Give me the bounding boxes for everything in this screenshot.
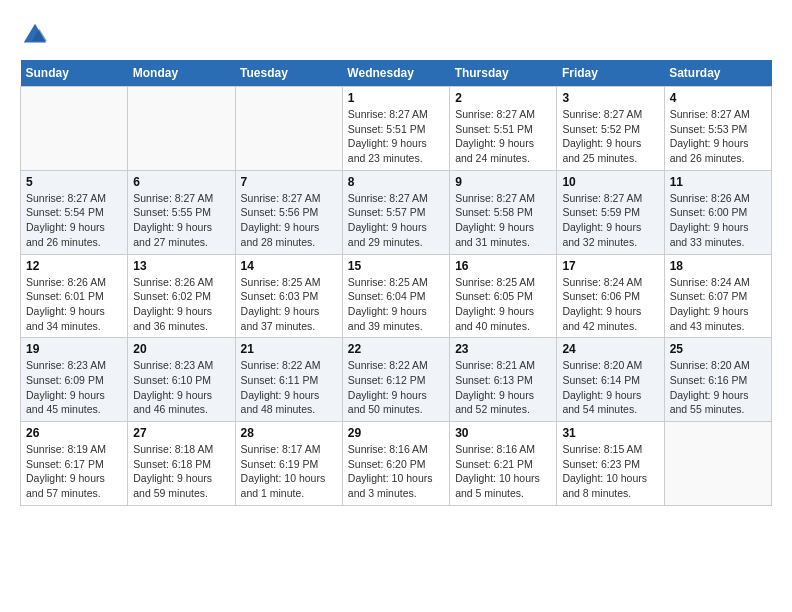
calendar-cell: 30Sunrise: 8:16 AM Sunset: 6:21 PM Dayli… bbox=[450, 422, 557, 506]
calendar-cell: 26Sunrise: 8:19 AM Sunset: 6:17 PM Dayli… bbox=[21, 422, 128, 506]
logo-icon bbox=[20, 20, 50, 50]
calendar-cell: 6Sunrise: 8:27 AM Sunset: 5:55 PM Daylig… bbox=[128, 170, 235, 254]
calendar-cell: 28Sunrise: 8:17 AM Sunset: 6:19 PM Dayli… bbox=[235, 422, 342, 506]
day-number: 25 bbox=[670, 342, 766, 356]
day-number: 1 bbox=[348, 91, 444, 105]
day-number: 4 bbox=[670, 91, 766, 105]
day-info: Sunrise: 8:24 AM Sunset: 6:07 PM Dayligh… bbox=[670, 275, 766, 334]
calendar-cell: 23Sunrise: 8:21 AM Sunset: 6:13 PM Dayli… bbox=[450, 338, 557, 422]
day-info: Sunrise: 8:27 AM Sunset: 5:56 PM Dayligh… bbox=[241, 191, 337, 250]
day-info: Sunrise: 8:26 AM Sunset: 6:01 PM Dayligh… bbox=[26, 275, 122, 334]
day-info: Sunrise: 8:22 AM Sunset: 6:11 PM Dayligh… bbox=[241, 358, 337, 417]
calendar-cell: 16Sunrise: 8:25 AM Sunset: 6:05 PM Dayli… bbox=[450, 254, 557, 338]
calendar-cell: 5Sunrise: 8:27 AM Sunset: 5:54 PM Daylig… bbox=[21, 170, 128, 254]
day-info: Sunrise: 8:23 AM Sunset: 6:09 PM Dayligh… bbox=[26, 358, 122, 417]
calendar-cell: 27Sunrise: 8:18 AM Sunset: 6:18 PM Dayli… bbox=[128, 422, 235, 506]
calendar-week-1: 1Sunrise: 8:27 AM Sunset: 5:51 PM Daylig… bbox=[21, 87, 772, 171]
day-info: Sunrise: 8:18 AM Sunset: 6:18 PM Dayligh… bbox=[133, 442, 229, 501]
logo bbox=[20, 20, 54, 50]
calendar-cell: 13Sunrise: 8:26 AM Sunset: 6:02 PM Dayli… bbox=[128, 254, 235, 338]
day-number: 12 bbox=[26, 259, 122, 273]
day-number: 11 bbox=[670, 175, 766, 189]
day-info: Sunrise: 8:27 AM Sunset: 5:51 PM Dayligh… bbox=[455, 107, 551, 166]
calendar-cell: 10Sunrise: 8:27 AM Sunset: 5:59 PM Dayli… bbox=[557, 170, 664, 254]
calendar-cell bbox=[664, 422, 771, 506]
day-info: Sunrise: 8:20 AM Sunset: 6:14 PM Dayligh… bbox=[562, 358, 658, 417]
day-info: Sunrise: 8:19 AM Sunset: 6:17 PM Dayligh… bbox=[26, 442, 122, 501]
calendar-cell bbox=[21, 87, 128, 171]
day-info: Sunrise: 8:20 AM Sunset: 6:16 PM Dayligh… bbox=[670, 358, 766, 417]
calendar-cell: 2Sunrise: 8:27 AM Sunset: 5:51 PM Daylig… bbox=[450, 87, 557, 171]
day-number: 21 bbox=[241, 342, 337, 356]
day-number: 22 bbox=[348, 342, 444, 356]
day-info: Sunrise: 8:23 AM Sunset: 6:10 PM Dayligh… bbox=[133, 358, 229, 417]
day-info: Sunrise: 8:16 AM Sunset: 6:20 PM Dayligh… bbox=[348, 442, 444, 501]
calendar-cell: 7Sunrise: 8:27 AM Sunset: 5:56 PM Daylig… bbox=[235, 170, 342, 254]
calendar-header-wednesday: Wednesday bbox=[342, 60, 449, 87]
day-number: 8 bbox=[348, 175, 444, 189]
calendar-cell: 19Sunrise: 8:23 AM Sunset: 6:09 PM Dayli… bbox=[21, 338, 128, 422]
calendar-week-3: 12Sunrise: 8:26 AM Sunset: 6:01 PM Dayli… bbox=[21, 254, 772, 338]
day-number: 24 bbox=[562, 342, 658, 356]
calendar-table: SundayMondayTuesdayWednesdayThursdayFrid… bbox=[20, 60, 772, 506]
calendar-cell: 11Sunrise: 8:26 AM Sunset: 6:00 PM Dayli… bbox=[664, 170, 771, 254]
calendar-cell: 14Sunrise: 8:25 AM Sunset: 6:03 PM Dayli… bbox=[235, 254, 342, 338]
day-info: Sunrise: 8:27 AM Sunset: 5:53 PM Dayligh… bbox=[670, 107, 766, 166]
day-number: 19 bbox=[26, 342, 122, 356]
day-info: Sunrise: 8:27 AM Sunset: 5:52 PM Dayligh… bbox=[562, 107, 658, 166]
day-number: 28 bbox=[241, 426, 337, 440]
day-info: Sunrise: 8:27 AM Sunset: 5:58 PM Dayligh… bbox=[455, 191, 551, 250]
day-number: 13 bbox=[133, 259, 229, 273]
calendar-header-saturday: Saturday bbox=[664, 60, 771, 87]
day-info: Sunrise: 8:15 AM Sunset: 6:23 PM Dayligh… bbox=[562, 442, 658, 501]
page-header bbox=[20, 20, 772, 50]
day-info: Sunrise: 8:26 AM Sunset: 6:00 PM Dayligh… bbox=[670, 191, 766, 250]
day-number: 30 bbox=[455, 426, 551, 440]
calendar-cell: 3Sunrise: 8:27 AM Sunset: 5:52 PM Daylig… bbox=[557, 87, 664, 171]
calendar-cell: 12Sunrise: 8:26 AM Sunset: 6:01 PM Dayli… bbox=[21, 254, 128, 338]
calendar-cell: 18Sunrise: 8:24 AM Sunset: 6:07 PM Dayli… bbox=[664, 254, 771, 338]
day-number: 16 bbox=[455, 259, 551, 273]
calendar-cell: 1Sunrise: 8:27 AM Sunset: 5:51 PM Daylig… bbox=[342, 87, 449, 171]
day-number: 26 bbox=[26, 426, 122, 440]
calendar-cell bbox=[128, 87, 235, 171]
day-number: 29 bbox=[348, 426, 444, 440]
day-info: Sunrise: 8:27 AM Sunset: 5:57 PM Dayligh… bbox=[348, 191, 444, 250]
day-info: Sunrise: 8:27 AM Sunset: 5:55 PM Dayligh… bbox=[133, 191, 229, 250]
day-number: 18 bbox=[670, 259, 766, 273]
calendar-header-row: SundayMondayTuesdayWednesdayThursdayFrid… bbox=[21, 60, 772, 87]
day-info: Sunrise: 8:16 AM Sunset: 6:21 PM Dayligh… bbox=[455, 442, 551, 501]
calendar-cell: 20Sunrise: 8:23 AM Sunset: 6:10 PM Dayli… bbox=[128, 338, 235, 422]
day-info: Sunrise: 8:25 AM Sunset: 6:05 PM Dayligh… bbox=[455, 275, 551, 334]
calendar-cell: 24Sunrise: 8:20 AM Sunset: 6:14 PM Dayli… bbox=[557, 338, 664, 422]
calendar-cell: 21Sunrise: 8:22 AM Sunset: 6:11 PM Dayli… bbox=[235, 338, 342, 422]
day-info: Sunrise: 8:17 AM Sunset: 6:19 PM Dayligh… bbox=[241, 442, 337, 501]
calendar-cell: 17Sunrise: 8:24 AM Sunset: 6:06 PM Dayli… bbox=[557, 254, 664, 338]
day-info: Sunrise: 8:26 AM Sunset: 6:02 PM Dayligh… bbox=[133, 275, 229, 334]
day-info: Sunrise: 8:21 AM Sunset: 6:13 PM Dayligh… bbox=[455, 358, 551, 417]
day-info: Sunrise: 8:27 AM Sunset: 5:59 PM Dayligh… bbox=[562, 191, 658, 250]
calendar-cell: 29Sunrise: 8:16 AM Sunset: 6:20 PM Dayli… bbox=[342, 422, 449, 506]
day-number: 5 bbox=[26, 175, 122, 189]
calendar-week-2: 5Sunrise: 8:27 AM Sunset: 5:54 PM Daylig… bbox=[21, 170, 772, 254]
calendar-cell: 8Sunrise: 8:27 AM Sunset: 5:57 PM Daylig… bbox=[342, 170, 449, 254]
calendar-week-5: 26Sunrise: 8:19 AM Sunset: 6:17 PM Dayli… bbox=[21, 422, 772, 506]
day-number: 17 bbox=[562, 259, 658, 273]
calendar-cell: 4Sunrise: 8:27 AM Sunset: 5:53 PM Daylig… bbox=[664, 87, 771, 171]
day-number: 7 bbox=[241, 175, 337, 189]
day-info: Sunrise: 8:25 AM Sunset: 6:03 PM Dayligh… bbox=[241, 275, 337, 334]
calendar-header-tuesday: Tuesday bbox=[235, 60, 342, 87]
calendar-week-4: 19Sunrise: 8:23 AM Sunset: 6:09 PM Dayli… bbox=[21, 338, 772, 422]
day-number: 31 bbox=[562, 426, 658, 440]
day-info: Sunrise: 8:24 AM Sunset: 6:06 PM Dayligh… bbox=[562, 275, 658, 334]
day-number: 27 bbox=[133, 426, 229, 440]
day-info: Sunrise: 8:27 AM Sunset: 5:51 PM Dayligh… bbox=[348, 107, 444, 166]
day-number: 23 bbox=[455, 342, 551, 356]
day-number: 14 bbox=[241, 259, 337, 273]
calendar-header-friday: Friday bbox=[557, 60, 664, 87]
day-number: 9 bbox=[455, 175, 551, 189]
day-number: 6 bbox=[133, 175, 229, 189]
calendar-header-monday: Monday bbox=[128, 60, 235, 87]
calendar-header-thursday: Thursday bbox=[450, 60, 557, 87]
day-number: 20 bbox=[133, 342, 229, 356]
